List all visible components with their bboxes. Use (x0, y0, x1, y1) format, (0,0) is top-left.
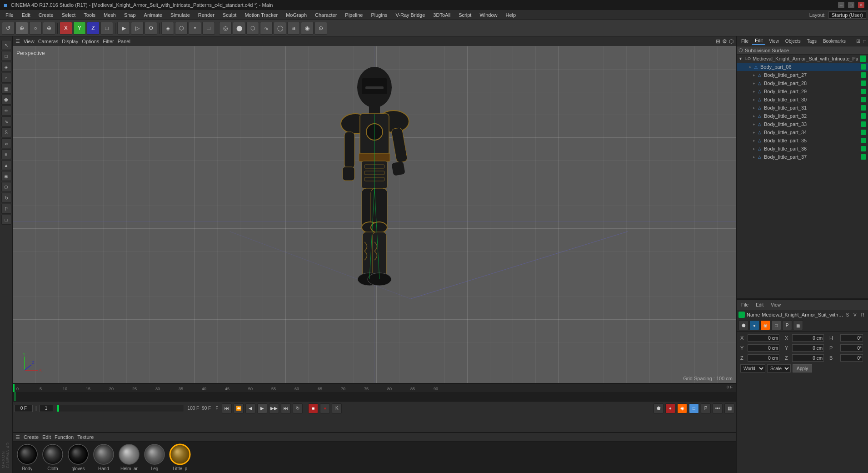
prop-tab-edit[interactable]: Edit (753, 302, 766, 308)
apply-button[interactable]: Apply (793, 364, 812, 372)
world-select[interactable]: World Object (740, 364, 765, 372)
menu-3dtoall[interactable]: 3DToAll (429, 11, 454, 19)
obj-list-item[interactable]: ▸ △ Body_little_part_35 (737, 136, 868, 145)
goto-start-button[interactable]: ⏮ (222, 403, 232, 413)
material-item[interactable]: Cloth (42, 443, 64, 471)
material-item[interactable]: Leg (144, 443, 165, 471)
mat-menu-create[interactable]: Create (24, 434, 39, 440)
props-icon-btn-1[interactable]: ⬟ (738, 320, 748, 330)
spline-tool[interactable]: ∿ (260, 22, 273, 35)
left-spin-edge[interactable]: ◉ (1, 171, 11, 181)
step-back-button[interactable]: ⏪ (234, 403, 244, 413)
material-item[interactable]: gloves (67, 443, 89, 471)
menu-window[interactable]: Window (476, 11, 501, 19)
auto-key-button[interactable]: K (332, 403, 342, 413)
props-icon-btn-5[interactable]: P (782, 320, 792, 330)
move-button[interactable]: ⊕ (15, 22, 28, 35)
viewport-menu-icon[interactable]: ☰ (15, 38, 20, 44)
obj-list-item[interactable]: ▸ △ Body_little_part_36 (737, 145, 868, 153)
menu-snap[interactable]: Snap (120, 11, 140, 19)
rotate-button[interactable]: ○ (29, 22, 42, 35)
menu-mesh[interactable]: Mesh (100, 11, 120, 19)
obj-list-item[interactable]: ▸ △ Body_little_part_27 (737, 71, 868, 79)
obj-list-item[interactable]: ▸ △ Body_little_part_37 (737, 153, 868, 161)
frame-counter[interactable] (40, 405, 53, 412)
coord-y2-input[interactable] (792, 344, 824, 352)
tl-icon-2[interactable]: ● (665, 403, 675, 413)
render-settings[interactable]: ⚙ (145, 22, 157, 35)
coord-x2-input[interactable] (792, 334, 824, 342)
left-bool[interactable]: ⬟ (1, 95, 11, 105)
rp-tab-bookmarks[interactable]: Bookmarks (820, 38, 848, 45)
edge-mode[interactable]: ⬡ (175, 22, 188, 35)
menu-animate[interactable]: Animate (140, 11, 166, 19)
menu-edit[interactable]: Edit (18, 11, 34, 19)
left-poly[interactable]: ▦ (1, 84, 11, 94)
left-unwrap[interactable]: □ (1, 215, 11, 225)
camera-tool[interactable]: ◎ (219, 22, 232, 35)
menu-file[interactable]: File (2, 11, 17, 19)
material-tool[interactable]: ◉ (301, 22, 314, 35)
play-back-button[interactable]: ◀ (245, 403, 255, 413)
mat-menu-texture[interactable]: Texture (77, 434, 94, 440)
left-rotate[interactable]: ○ (1, 73, 11, 83)
stop-button[interactable]: ■ (308, 403, 318, 413)
left-brush[interactable]: ∿ (1, 116, 11, 126)
rp-tab-tags[interactable]: Tags (804, 38, 819, 45)
poly-mode[interactable]: ◈ (161, 22, 174, 35)
viewport-menu-display[interactable]: Display (62, 39, 78, 44)
coord-h-input[interactable] (840, 334, 863, 342)
current-frame-input[interactable]: 0 F (15, 405, 33, 412)
left-extrude[interactable]: ▲ (1, 160, 11, 170)
obj-list-item[interactable]: ▸ △ Body_part_06 (737, 63, 868, 71)
world-axis[interactable]: □ (100, 22, 113, 35)
vp-icon-2[interactable]: ⚙ (722, 38, 727, 45)
minimize-button[interactable]: ─ (838, 2, 844, 8)
obj-list-item[interactable]: ▸ △ Body_little_part_29 (737, 87, 868, 96)
tl-icon-1[interactable]: ⬟ (653, 403, 663, 413)
deformer-tool[interactable]: ≋ (287, 22, 300, 35)
close-button[interactable]: ✕ (858, 2, 864, 8)
menu-pipeline[interactable]: Pipeline (341, 11, 366, 19)
play-fwd-button[interactable]: ▶▶ (269, 403, 279, 413)
vp-icon-3[interactable]: ⬡ (729, 38, 733, 45)
coord-x-input[interactable] (748, 334, 779, 342)
left-knife[interactable]: ⌀ (1, 138, 11, 148)
vp-icon-1[interactable]: ⊞ (716, 38, 720, 45)
tl-icon-4[interactable]: □ (689, 403, 699, 413)
viewport-menu-view[interactable]: View (24, 39, 35, 44)
rp-icon-1[interactable]: ⊞ (856, 38, 860, 44)
obj-list-item[interactable]: ▸ △ Body_little_part_28 (737, 79, 868, 87)
obj-list-item[interactable]: ▸ △ Body_little_part_32 (737, 112, 868, 120)
menu-create[interactable]: Create (35, 11, 57, 19)
left-scale[interactable]: ◈ (1, 62, 11, 72)
timeline-track[interactable] (13, 392, 736, 401)
material-item[interactable]: Helm_ar (118, 443, 140, 471)
timeline-scrubber[interactable] (57, 405, 184, 412)
menu-vray[interactable]: V-Ray Bridge (392, 11, 429, 19)
material-item[interactable]: Little_p (169, 443, 191, 471)
menu-sculpt[interactable]: Sculpt (219, 11, 240, 19)
scene-tool[interactable]: ⊙ (314, 22, 327, 35)
point-mode[interactable]: • (189, 22, 201, 35)
viewport-menu-filter[interactable]: Filter (103, 39, 114, 44)
left-bevel[interactable]: ⬡ (1, 182, 11, 192)
undo-button[interactable]: ↺ (2, 22, 15, 35)
obj-list-item[interactable]: ▸ △ Body_little_part_30 (737, 96, 868, 104)
left-bridge[interactable]: ≡ (1, 149, 11, 159)
rp-tab-file[interactable]: File (738, 38, 751, 45)
obj-list-item[interactable]: ▸ △ Body_little_part_34 (737, 128, 868, 136)
play-button[interactable]: ▶ (257, 403, 267, 413)
record-button[interactable]: ● (320, 403, 330, 413)
menu-motion-tracker[interactable]: Motion Tracker (241, 11, 281, 19)
coord-p-input[interactable] (840, 344, 863, 352)
props-icon-btn-6[interactable]: ▦ (793, 320, 803, 330)
props-icon-btn-2[interactable]: ● (749, 320, 759, 330)
coord-b-input[interactable] (840, 354, 863, 362)
nurbs-tool[interactable]: ◯ (274, 22, 286, 35)
y-axis[interactable]: Y (73, 22, 86, 35)
tl-icon-5[interactable]: P (701, 403, 711, 413)
maximize-button[interactable]: □ (848, 2, 854, 8)
render-view[interactable]: ▶ (117, 22, 130, 35)
viewport-3d[interactable]: Perspective X Y Z (13, 46, 736, 383)
